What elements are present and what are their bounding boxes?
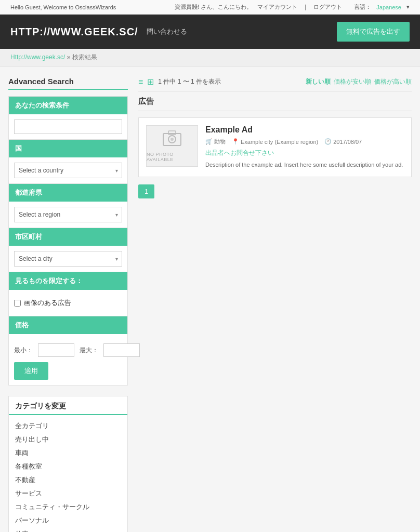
ad-card: NO PHOTO AVAILABLE Example Ad 🛒 動物 📍 Exa… (138, 117, 412, 177)
region-select-wrap: Select a region ▾ (14, 207, 122, 222)
breadcrumb-home[interactable]: Http://www.geek.sc/ (10, 54, 65, 61)
ad-category: 🛒 動物 (205, 138, 226, 145)
ad-title: Example Ad (205, 125, 404, 135)
site-logo[interactable]: HTTP://WWW.GEEK.SC/ (10, 26, 138, 38)
country-body: Select a country ▾ (9, 157, 127, 183)
results-header: ≡ ⊞ 1 件中 1 〜 1 件を表示 新しい順 価格が安い順 価格が高い順 (138, 77, 412, 91)
city-label: 市区町村 (9, 228, 127, 246)
post-ad-button[interactable]: 無料で広告を出す (337, 22, 410, 42)
category-item[interactable]: 売り出し中 (15, 433, 121, 446)
sort-links: 新しい順 価格が安い順 価格が高い順 (306, 77, 412, 86)
city-select[interactable]: Select a city (14, 251, 122, 267)
page-1-button[interactable]: 1 (138, 184, 154, 198)
sidebar: Advanced Search あなたの検索条件 国 Select a coun… (8, 77, 128, 532)
advanced-search-title: Advanced Search (8, 77, 128, 90)
category-item[interactable]: 不動産 (15, 473, 121, 487)
category-item[interactable]: パーソナル (15, 514, 121, 527)
header: HTTP://WWW.GEEK.SC/ 問い合わせる 無料で広告を出す (0, 15, 420, 49)
region-select[interactable]: Select a region (14, 207, 122, 222)
search-input[interactable] (14, 119, 122, 134)
greeting-text: Hello Guest, Welcome to OsclassWizards (10, 4, 116, 10)
grid-view-icon[interactable]: ⊞ (147, 77, 154, 87)
image-ads-label: 画像のある広告 (24, 298, 71, 308)
limit-label: 見るものを限定する： (9, 272, 127, 290)
sort-cheap-link[interactable]: 価格が安い順 (334, 77, 371, 86)
search-panel: あなたの検索条件 国 Select a country ▾ 都道府県 (8, 96, 128, 385)
my-account-link[interactable]: マイアカウント (257, 3, 297, 11)
country-select[interactable]: Select a country (14, 163, 122, 178)
results-header-left: ≡ ⊞ 1 件中 1 〜 1 件を表示 (138, 77, 221, 87)
pin-icon: 📍 (232, 138, 239, 145)
your-conditions-label: あなたの検索条件 (9, 97, 127, 114)
ad-info: Example Ad 🛒 動物 📍 Example city (Example … (205, 125, 404, 169)
max-price-input[interactable] (103, 343, 140, 357)
city-body: Select a city ▾ (9, 246, 127, 272)
ad-image-placeholder: NO PHOTO AVAILABLE (146, 125, 198, 167)
cart-icon: 🛒 (205, 138, 213, 145)
contact-link[interactable]: 問い合わせる (147, 27, 187, 36)
category-item[interactable]: コミュニティ・サークル (15, 500, 121, 514)
category-item[interactable]: 仕事 (15, 527, 121, 532)
no-photo-text: NO PHOTO AVAILABLE (147, 152, 198, 162)
price-label: 価格 (9, 316, 127, 334)
main-content: Advanced Search あなたの検索条件 国 Select a coun… (0, 66, 420, 532)
min-price-input[interactable] (38, 343, 74, 357)
ad-meta: 🛒 動物 📍 Example city (Example region) 🕐 2… (205, 138, 404, 145)
prefecture-body: Select a region ▾ (9, 202, 127, 228)
category-item[interactable]: サービス (15, 487, 121, 500)
max-label: 最大： (80, 346, 98, 355)
price-row: 最小： 最大： (14, 339, 122, 359)
language-label: 言語： (354, 3, 371, 11)
sort-new-link[interactable]: 新しい順 (306, 77, 331, 86)
price-body: 最小： 最大： 適用 (9, 334, 127, 385)
image-ads-row: 画像のある広告 (14, 295, 122, 311)
category-section: カテゴリを変更 全カテゴリ売り出し中車両各種教室不動産サービスコミュニティ・サー… (8, 396, 128, 532)
country-select-wrap: Select a country ▾ (14, 163, 122, 178)
apply-button[interactable]: 適用 (14, 362, 48, 380)
camera-icon (163, 130, 181, 150)
language-selector[interactable]: Japanese (376, 4, 401, 10)
ads-divider (138, 111, 412, 111)
category-change-title: カテゴリを変更 (9, 396, 127, 415)
ads-section-title: 広告 (138, 97, 412, 107)
ad-description: Description of the example ad. Insert he… (205, 161, 404, 169)
results-area: ≡ ⊞ 1 件中 1 〜 1 件を表示 新しい順 価格が安い順 価格が高い順 広… (138, 77, 412, 532)
ad-contact-link[interactable]: 出品者へお問合せ下さい (205, 149, 404, 157)
limit-body: 画像のある広告 (9, 290, 127, 316)
prefecture-label: 都道府県 (9, 184, 127, 202)
sort-expensive-link[interactable]: 価格が高い順 (374, 77, 412, 86)
breadcrumb: Http://www.geek.sc/ » 検索結果 (0, 49, 420, 66)
min-label: 最小： (14, 346, 33, 355)
image-ads-checkbox[interactable] (14, 300, 21, 307)
breadcrumb-current: 検索結果 (72, 54, 97, 61)
country-label: 国 (9, 140, 127, 157)
top-bar: Hello Guest, Welcome to OsclassWizards 資… (0, 0, 420, 15)
header-left: HTTP://WWW.GEEK.SC/ 問い合わせる (10, 26, 187, 38)
category-item[interactable]: 各種教室 (15, 460, 121, 473)
logout-link[interactable]: ログアウト (313, 3, 342, 11)
user-greeting: 資源貴賤! さん、こんにちわ。 (175, 3, 252, 11)
pagination: 1 (138, 184, 412, 198)
your-conditions-body (9, 114, 127, 139)
category-list: 全カテゴリ売り出し中車両各種教室不動産サービスコミュニティ・サークルパーソナル仕… (9, 415, 127, 532)
top-bar-right: 資源貴賤! さん、こんにちわ。 マイアカウント ｜ ログアウト 言語： Japa… (175, 3, 410, 11)
ad-location: 📍 Example city (Example region) (232, 138, 318, 145)
list-view-icon[interactable]: ≡ (138, 77, 143, 87)
ad-date: 🕐 2017/08/07 (324, 138, 362, 145)
category-item[interactable]: 車両 (15, 446, 121, 460)
breadcrumb-separator: » (67, 54, 71, 61)
results-count: 1 件中 1 〜 1 件を表示 (158, 77, 221, 86)
clock-icon: 🕐 (324, 138, 332, 145)
category-item[interactable]: 全カテゴリ (15, 419, 121, 433)
svg-point-3 (170, 138, 174, 141)
city-select-wrap: Select a city ▾ (14, 251, 122, 267)
